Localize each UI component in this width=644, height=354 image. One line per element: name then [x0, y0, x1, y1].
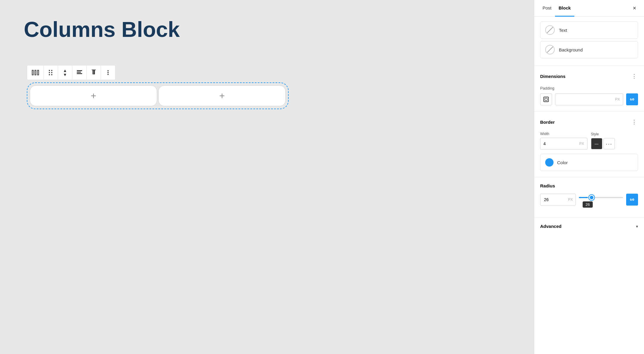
border-width-style-row: Width PX Style — ··· — [540, 132, 638, 150]
svg-rect-0 — [77, 70, 82, 71]
advanced-section: Advanced ▾ — [534, 218, 644, 235]
columns-block[interactable]: + + — [27, 82, 289, 109]
align-button[interactable] — [72, 65, 87, 80]
padding-input-wrapper: PX — [555, 93, 623, 105]
sidebar: Post Block × Text Background Dimensions … — [534, 0, 644, 354]
radius-section: Radius PX 26 — [534, 177, 644, 218]
dimensions-section: Dimensions ⋮ Padding PX — [534, 66, 644, 112]
svg-rect-7 — [545, 98, 547, 101]
svg-rect-6 — [544, 97, 548, 102]
radius-row: PX 26 — [540, 194, 638, 206]
radius-unit-label: PX — [568, 198, 573, 202]
border-section: Border ⋮ Width PX Style — ··· — [534, 112, 644, 177]
add-block-icon-1: + — [91, 90, 96, 101]
padding-row: PX — [540, 93, 638, 105]
dimensions-menu-button[interactable]: ⋮ — [630, 72, 638, 81]
radius-slider[interactable] — [579, 197, 623, 198]
padding-input[interactable] — [555, 94, 620, 105]
radius-title: Radius — [540, 183, 555, 188]
padding-link-button[interactable] — [626, 93, 638, 105]
move-up-down-button[interactable]: ▲ ▼ — [58, 65, 72, 80]
border-style-solid-button[interactable]: — — [591, 138, 602, 149]
svg-rect-2 — [77, 73, 82, 74]
border-width-input-wrap: PX — [540, 138, 587, 150]
radius-tooltip: 26 — [583, 201, 593, 208]
color-section: Text Background — [534, 17, 644, 66]
drag-handle-button[interactable] — [44, 65, 58, 80]
close-button[interactable]: × — [630, 4, 639, 13]
background-color-label: Background — [559, 47, 583, 52]
background-color-icon — [545, 45, 555, 54]
radius-slider-wrap: 26 — [579, 194, 623, 205]
more-options-button[interactable] — [101, 65, 115, 80]
border-style-col: Style — ··· — [591, 132, 638, 149]
radius-header: Radius — [540, 183, 638, 188]
border-menu-button[interactable]: ⋮ — [630, 118, 638, 126]
dimensions-header: Dimensions ⋮ — [540, 72, 638, 81]
column-2[interactable]: + — [158, 85, 286, 106]
border-color-circle — [545, 158, 554, 167]
advanced-title: Advanced — [540, 224, 562, 229]
radius-link-button[interactable] — [626, 194, 638, 206]
background-color-option[interactable]: Background — [540, 41, 638, 58]
dimensions-title: Dimensions — [540, 74, 565, 79]
svg-rect-1 — [77, 72, 81, 73]
radius-input-wrap: PX — [540, 194, 576, 206]
sidebar-tabs: Post Block × — [534, 0, 644, 17]
text-color-label: Text — [559, 28, 567, 33]
border-style-options: — ··· — [591, 138, 638, 149]
border-width-label: Width — [540, 132, 587, 136]
border-header: Border ⋮ — [540, 118, 638, 126]
block-toolbar: ▲ ▼ — [27, 65, 115, 80]
border-color-label: Color — [557, 160, 568, 165]
canvas-area: Columns Block ▲ ▼ — [0, 0, 534, 354]
add-block-icon-2: + — [219, 90, 225, 101]
border-width-unit: PX — [579, 142, 584, 146]
text-color-option[interactable]: Text — [540, 21, 638, 39]
columns-block-wrapper: + + — [27, 82, 289, 109]
border-style-label: Style — [591, 132, 638, 136]
tab-block[interactable]: Block — [555, 0, 574, 17]
column-1[interactable]: + — [30, 85, 157, 106]
page-title: Columns Block — [24, 18, 180, 41]
text-color-icon — [545, 25, 555, 35]
columns-block-icon[interactable] — [27, 65, 44, 80]
padding-icon-button[interactable] — [540, 93, 552, 105]
border-style-dotted-button[interactable]: ··· — [604, 138, 615, 149]
padding-label: Padding — [540, 86, 638, 90]
advanced-header[interactable]: Advanced ▾ — [540, 224, 638, 229]
tab-post[interactable]: Post — [539, 0, 555, 17]
top-align-button[interactable] — [87, 65, 101, 80]
advanced-chevron-icon: ▾ — [636, 224, 638, 229]
svg-rect-3 — [92, 70, 96, 70]
border-color-row[interactable]: Color — [540, 154, 638, 171]
border-title: Border — [540, 120, 555, 125]
border-width-col: Width PX — [540, 132, 587, 150]
